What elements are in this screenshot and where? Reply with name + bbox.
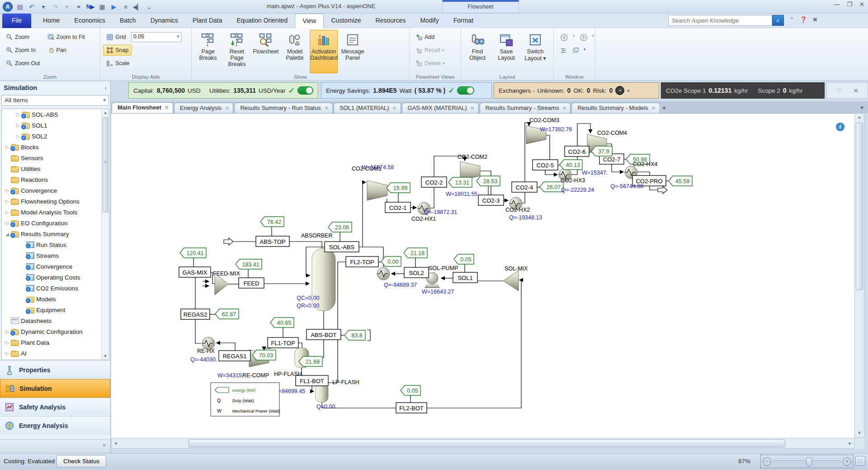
tree-item-plant-data[interactable]: ▷Plant Data bbox=[2, 337, 109, 348]
tree-item-flowsheeting-options[interactable]: ▷Flowsheeting Options bbox=[2, 196, 109, 207]
ribbon-tab-modify[interactable]: Modify bbox=[413, 14, 446, 28]
collapsed-icon[interactable]: ▷ bbox=[5, 221, 10, 226]
collapsed-icon[interactable]: ▷ bbox=[15, 134, 21, 139]
tree-item-sol-abs[interactable]: ▷SOL-ABS bbox=[2, 109, 109, 120]
scroll-left-icon[interactable]: ◂ bbox=[114, 440, 117, 446]
button-pan[interactable]: Pan bbox=[44, 45, 70, 56]
scroll-down-icon[interactable]: ▼ bbox=[855, 429, 864, 437]
doc-tab-main-flowsheet[interactable]: Main Flowsheet✕ bbox=[112, 102, 173, 113]
control-panel-icon[interactable]: ▦ bbox=[98, 2, 107, 11]
help-icon[interactable]: ❓ bbox=[799, 16, 807, 24]
new-tab-button[interactable]: + bbox=[662, 104, 666, 111]
flowsheet-canvas[interactable]: ABS-TOPSOL-ABSGAS-MIXFEEDFL2-TOPSOL2SOL1… bbox=[111, 113, 854, 438]
ribbon-tab-batch[interactable]: Batch bbox=[113, 14, 143, 28]
collapse-panel-icon[interactable]: ♡ bbox=[836, 87, 841, 94]
tree-item-ai[interactable]: ▷AI bbox=[2, 348, 109, 359]
button-delete[interactable]: Delete▾ bbox=[412, 58, 448, 69]
scroll-up-icon[interactable]: ▲ bbox=[102, 109, 109, 116]
collapsed-icon[interactable]: ▷ bbox=[15, 112, 21, 117]
ribbon-tab-resources[interactable]: Resources bbox=[368, 14, 413, 28]
close-tab-icon[interactable]: ✕ bbox=[392, 105, 397, 111]
minimize-button[interactable]: — bbox=[834, 1, 840, 8]
zoom-in-icon[interactable]: + bbox=[843, 457, 851, 466]
horizontal-scrollbar[interactable]: ◂ ▸ bbox=[111, 438, 854, 449]
ribbon-tab-equation-oriented[interactable]: Equation Oriented bbox=[229, 14, 295, 28]
collapsed-icon[interactable]: ▷ bbox=[5, 199, 10, 204]
collapsed-icon[interactable]: ▷ bbox=[5, 188, 10, 193]
button-grid[interactable]: Grid bbox=[103, 32, 129, 43]
scroll-up-icon[interactable]: ▲ bbox=[855, 114, 864, 121]
doc-tab-results-summary---streams[interactable]: Results Summary - Streams✕ bbox=[480, 103, 571, 113]
tree-item-sol2[interactable]: ▷SOL2 bbox=[2, 131, 109, 142]
close-tab-icon[interactable]: ✕ bbox=[225, 105, 229, 111]
expanded-icon[interactable]: ◢ bbox=[5, 232, 10, 237]
button-switch-layout[interactable]: SwitchLayout ▾ bbox=[521, 30, 549, 73]
button-add[interactable]: Add bbox=[412, 32, 438, 43]
nav-simulation[interactable]: Simulation bbox=[0, 379, 110, 398]
doc-tab-energy-analysis[interactable]: Energy Analysis✕ bbox=[174, 103, 234, 113]
step-icon[interactable]: ◀▏ bbox=[133, 2, 142, 11]
equipment-co2-com1[interactable] bbox=[367, 180, 387, 200]
ribbon-tab-economics[interactable]: Economics bbox=[67, 14, 112, 28]
doc-tab-results-summary---run-status[interactable]: Results Summary - Run Status✕ bbox=[234, 103, 333, 113]
ribbon-tab-file[interactable]: File bbox=[2, 14, 31, 28]
tab-list-caret-icon[interactable]: ▼ bbox=[859, 105, 864, 110]
zoom-slider-handle[interactable] bbox=[806, 458, 812, 466]
ribbon-tab-format[interactable]: Format bbox=[446, 14, 481, 28]
doc-tab-sol1-material-[interactable]: SOL1 (MATERIAL)✕ bbox=[334, 103, 401, 113]
zoom-out-icon[interactable]: − bbox=[763, 457, 771, 466]
tree-item-operating-costs[interactable]: Operating Costs bbox=[2, 272, 109, 283]
button-snap[interactable]: Snap bbox=[103, 45, 132, 56]
collapsed-icon[interactable]: ▷ bbox=[5, 351, 10, 356]
ribbon-tab-customize[interactable]: Customize bbox=[324, 14, 368, 28]
ribbon-tab-plant-data[interactable]: Plant Data bbox=[185, 14, 229, 28]
close-tab-icon[interactable]: ✕ bbox=[562, 105, 566, 111]
save-icon[interactable]: ▤ bbox=[15, 2, 24, 11]
ribbon-tab-view[interactable]: View bbox=[295, 14, 324, 28]
tree-item-datasheets[interactable]: Datasheets bbox=[2, 315, 109, 326]
horizontal-scrollbar-thumb[interactable] bbox=[189, 439, 785, 447]
scroll-right-icon[interactable]: ▸ bbox=[849, 440, 851, 446]
tree-item-streams[interactable]: Streams bbox=[2, 250, 109, 261]
zoom-to-fit-icon[interactable]: ⛶ bbox=[855, 456, 865, 466]
collapsed-icon[interactable]: ▷ bbox=[15, 123, 21, 128]
button-recall[interactable]: Recall▾ bbox=[412, 45, 447, 56]
nav-energy-analysis[interactable]: Energy Analysis bbox=[0, 416, 110, 435]
nav-safety-analysis[interactable]: Safety Analysis bbox=[0, 398, 110, 416]
exchanger-gauge-icon[interactable]: ◔ bbox=[615, 86, 624, 95]
tree-item-results-summary[interactable]: ◢Results Summary bbox=[2, 228, 109, 239]
info-icon[interactable]: i bbox=[836, 123, 844, 131]
search-icon[interactable]: ⌕ bbox=[772, 15, 784, 26]
reconcile-icon[interactable]: ⚭ bbox=[74, 2, 83, 11]
button-zoom-to-fit[interactable]: Zoom to Fit bbox=[44, 32, 88, 43]
vertical-scrollbar[interactable]: ▲ ▼ bbox=[854, 113, 864, 438]
doc-tab-gas-mix-material-[interactable]: GAS-MIX (MATERIAL)✕ bbox=[402, 103, 479, 113]
zoom-slider-track[interactable] bbox=[773, 461, 841, 463]
navfwd-icon[interactable] bbox=[580, 33, 588, 42]
tree-item-dynamic-configuration[interactable]: ▷Dynamic Configuration bbox=[2, 326, 109, 337]
economics-toggle[interactable] bbox=[297, 86, 313, 95]
button-reset-page-breaks[interactable]: Reset PageBreaks bbox=[223, 30, 251, 73]
tree-item-sensors[interactable]: Sensors bbox=[2, 152, 109, 163]
energy-toggle[interactable] bbox=[457, 86, 474, 95]
ribbon-tab-home[interactable]: Home bbox=[36, 14, 67, 28]
button-scale[interactable]: Scale bbox=[103, 58, 132, 69]
exchanger-caret-icon[interactable]: ▾ bbox=[627, 88, 629, 93]
run-icon[interactable]: ▶ bbox=[109, 2, 118, 11]
button-find-object[interactable]: FindObject bbox=[463, 30, 491, 73]
button-page-breaks[interactable]: PageBreaks bbox=[194, 30, 222, 73]
close-button[interactable]: ✕ bbox=[859, 1, 864, 8]
tree-scrollbar[interactable]: ▲ ▼ bbox=[101, 109, 109, 360]
collapsed-icon[interactable]: ▷ bbox=[5, 329, 10, 334]
close-tab-icon[interactable]: ✕ bbox=[651, 105, 656, 111]
tree-item-run-status[interactable]: Run Status bbox=[2, 239, 109, 250]
search-input[interactable] bbox=[668, 15, 772, 26]
check-status-button[interactable]: Check Status bbox=[57, 455, 106, 467]
collapse-pane-icon[interactable]: ‹ bbox=[104, 84, 107, 91]
collapsed-icon[interactable]: ▷ bbox=[5, 340, 10, 345]
tree-item-convergence[interactable]: Convergence bbox=[2, 261, 109, 272]
tree-item-sol1[interactable]: ▷SOL1 bbox=[2, 120, 109, 131]
grid-size-combo[interactable]: 0.05 bbox=[131, 32, 182, 42]
collapsed-icon[interactable]: ▷ bbox=[5, 145, 10, 150]
button-zoom[interactable]: Zoom bbox=[3, 32, 33, 43]
